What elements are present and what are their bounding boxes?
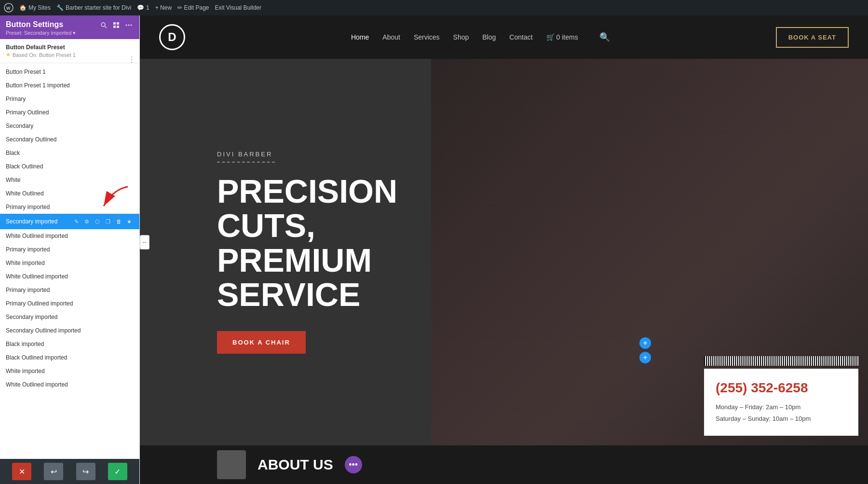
default-preset-more-icon[interactable]: ⋮ [128, 55, 136, 64]
preset-item-name: Secondary imported [6, 218, 72, 225]
preset-list-item[interactable]: Primary [0, 92, 139, 106]
preset-item-name: Primary imported [6, 204, 134, 210]
nav-services[interactable]: Services [414, 33, 440, 41]
preset-list-item[interactable]: White Outlined imported [0, 229, 139, 243]
add-section-button-top[interactable]: + [639, 337, 651, 349]
preset-list-item[interactable]: Black Outlined imported [0, 351, 139, 364]
preset-list-item[interactable]: Secondary imported [0, 310, 139, 324]
panel-header: Button Settings Preset: Secondary import… [0, 15, 139, 39]
button-settings-panel: Button Settings Preset: Secondary import… [0, 15, 140, 484]
wp-logo-btn[interactable]: W [4, 3, 14, 13]
preset-star-icon[interactable]: ★ [125, 217, 134, 226]
nav-about[interactable]: About [382, 33, 400, 41]
hero-section: DIVI BARBER PRECISION CUTS, PREMIUM SERV… [140, 59, 868, 445]
redo-button[interactable]: ↪ [76, 463, 95, 480]
preset-list-item[interactable]: White [0, 173, 139, 187]
comments-btn[interactable]: 💬 1 [137, 4, 149, 11]
preset-list-item[interactable]: Black imported [0, 337, 139, 351]
panel-preset-label[interactable]: Preset: Secondary imported ▾ [6, 30, 76, 36]
undo-button[interactable]: ↩ [44, 463, 63, 480]
about-title: ABOUT US [258, 456, 333, 473]
preset-list-item[interactable]: Secondary Outlined [0, 133, 139, 146]
preset-list-item[interactable]: White Outlined [0, 187, 139, 200]
edit-page-btn[interactable]: ✏ Edit Page [177, 4, 209, 11]
svg-rect-7 [117, 26, 119, 28]
panel-footer: ✕ ↩ ↪ ✓ [0, 459, 139, 484]
svg-point-10 [131, 25, 132, 26]
search-icon[interactable]: 🔍 [599, 32, 610, 42]
preset-list-item[interactable]: Primary Outlined imported [0, 297, 139, 310]
preset-item-name: Primary imported [6, 287, 134, 293]
preset-item-name: Black Outlined imported [6, 354, 134, 361]
hero-content: DIVI BARBER PRECISION CUTS, PREMIUM SERV… [140, 151, 477, 354]
site-name-btn[interactable]: 🔧 Barber starter site for Divi [56, 4, 131, 11]
preset-settings-icon[interactable]: ⚙ [82, 217, 91, 226]
book-seat-button[interactable]: BOOK A SEAT [776, 27, 849, 48]
preset-list-item[interactable]: Black Outlined [0, 160, 139, 173]
save-button[interactable]: ✓ [108, 463, 127, 480]
nav-blog[interactable]: Blog [482, 33, 496, 41]
hero-title: PRECISION CUTS, PREMIUM SERVICE [217, 174, 477, 312]
preset-item-name: White [6, 177, 134, 183]
preset-list-item[interactable]: Primary imported [0, 283, 139, 297]
nav-shop[interactable]: Shop [453, 33, 469, 41]
preset-list-item[interactable]: Black [0, 146, 139, 160]
cancel-button[interactable]: ✕ [12, 463, 31, 480]
preset-item-name: Black imported [6, 341, 134, 347]
preset-list-item[interactable]: Primary imported [0, 243, 139, 256]
preset-list-item[interactable]: White Outlined imported [0, 378, 139, 391]
my-sites-btn[interactable]: 🏠 My Sites [19, 4, 51, 11]
default-preset-section: Button Default Preset ★ Based On: Button… [0, 39, 139, 63]
barcode-decoration [704, 356, 858, 366]
preset-list: Button Preset 1Button Preset 1 importedP… [0, 63, 139, 459]
preset-list-item[interactable]: White imported [0, 364, 139, 378]
preset-list-item[interactable]: Primary imported [0, 200, 139, 214]
nav-cart[interactable]: 🛒 0 items [546, 33, 578, 41]
preset-list-item[interactable]: White imported [0, 256, 139, 270]
preset-duplicate-icon[interactable]: ❐ [104, 217, 112, 226]
preset-item-name: White imported [6, 368, 134, 374]
preset-list-item[interactable]: Secondary imported✎⚙⬡❐🗑★ [0, 214, 139, 229]
preset-list-item[interactable]: Secondary [0, 119, 139, 133]
svg-rect-5 [117, 22, 119, 25]
preset-item-name: Secondary [6, 123, 134, 129]
phone-hours-weekend: Saturday – Sunday: 10am – 10pm [716, 413, 847, 424]
site-navigation: D Home About Services Shop Blog Contact … [140, 15, 868, 59]
panel-more-icon[interactable] [124, 20, 134, 30]
comment-icon: 💬 [137, 4, 144, 11]
nav-home[interactable]: Home [351, 33, 369, 41]
preset-delete-icon[interactable]: 🗑 [114, 217, 123, 226]
phone-hours-weekday: Monday – Friday: 2am – 10pm [716, 401, 847, 413]
preset-item-name: Black [6, 150, 134, 156]
panel-grid-icon[interactable] [111, 20, 121, 30]
preset-list-item[interactable]: Button Preset 1 [0, 65, 139, 79]
preset-list-item[interactable]: Button Preset 1 imported [0, 79, 139, 92]
add-section-button-bottom[interactable]: + [639, 352, 651, 363]
preset-list-item[interactable]: White Outlined imported [0, 270, 139, 283]
book-chair-button[interactable]: BOOK A CHAIR [217, 331, 306, 354]
preset-list-item[interactable]: Primary Outlined [0, 106, 139, 119]
preset-item-name: Button Preset 1 imported [6, 82, 134, 89]
preset-item-name: Primary [6, 96, 134, 102]
svg-text:W: W [6, 6, 11, 11]
resize-handle[interactable]: ↔ [140, 235, 149, 249]
preset-item-actions: ✎⚙⬡❐🗑★ [72, 217, 134, 226]
nav-contact[interactable]: Contact [509, 33, 532, 41]
svg-point-2 [101, 23, 105, 27]
preset-item-name: White Outlined imported [6, 233, 134, 239]
svg-point-8 [126, 25, 127, 26]
preset-item-name: Primary Outlined [6, 109, 134, 116]
panel-search-icon[interactable] [99, 20, 108, 30]
new-post-btn[interactable]: + New [155, 4, 172, 11]
exit-vb-btn[interactable]: Exit Visual Builder [215, 4, 261, 11]
svg-point-9 [128, 25, 130, 26]
preset-item-name: Secondary Outlined [6, 136, 134, 143]
phone-number: (255) 352-6258 [716, 380, 847, 396]
preset-list-item[interactable]: Secondary Outlined imported [0, 324, 139, 337]
preset-edit-icon[interactable]: ✎ [72, 217, 81, 226]
preset-copy-icon[interactable]: ⬡ [93, 217, 102, 226]
about-image [217, 450, 246, 479]
main-area: Button Settings Preset: Secondary import… [0, 15, 868, 484]
preset-item-name: White imported [6, 260, 134, 266]
about-more-button[interactable]: ••• [345, 456, 362, 473]
